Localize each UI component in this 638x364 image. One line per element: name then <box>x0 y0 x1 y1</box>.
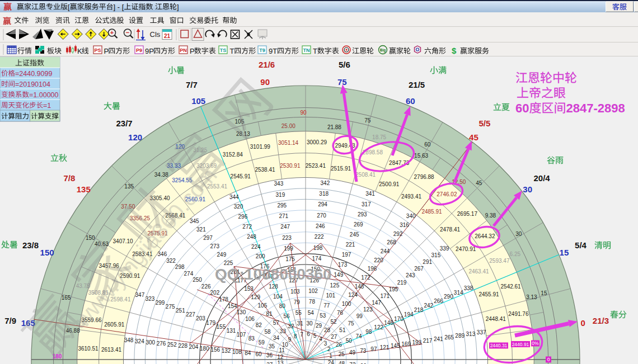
svg-text:] - [: ] - [ <box>114 3 124 11</box>
svg-text:P9: P9 <box>136 48 142 53</box>
svg-text:270: 270 <box>317 212 326 219</box>
svg-text:2613.41: 2613.41 <box>101 347 122 353</box>
svg-text:223: 223 <box>282 235 292 241</box>
svg-text:84: 84 <box>245 350 251 356</box>
svg-text:10: 10 <box>282 342 289 348</box>
svg-text:324: 324 <box>135 338 144 344</box>
svg-text:269: 269 <box>354 221 363 228</box>
svg-text:9P: 9P <box>145 47 154 55</box>
svg-text:9T: 9T <box>269 47 277 55</box>
svg-text:319: 319 <box>276 192 285 198</box>
svg-text:165: 165 <box>62 295 71 301</box>
svg-text:21/3: 21/3 <box>593 316 609 325</box>
svg-text:81: 81 <box>266 311 273 317</box>
svg-text:0%: 0% <box>532 341 539 346</box>
svg-text:[: [ <box>68 3 70 11</box>
svg-text:242: 242 <box>424 302 433 309</box>
svg-text:2: 2 <box>327 346 331 352</box>
svg-text:0: 0 <box>547 357 550 362</box>
svg-text:+: + <box>110 29 114 36</box>
svg-text:297: 297 <box>203 235 213 241</box>
svg-text:45: 45 <box>469 133 478 142</box>
svg-text:153: 153 <box>244 286 254 292</box>
svg-text:15: 15 <box>541 290 547 296</box>
svg-text:60: 60 <box>424 141 431 148</box>
svg-text:295: 295 <box>277 202 287 209</box>
svg-text:74: 74 <box>356 333 363 339</box>
svg-text:80: 80 <box>279 303 286 309</box>
svg-text:T9: T9 <box>259 48 265 53</box>
svg-text:34: 34 <box>273 335 280 341</box>
svg-text:174: 174 <box>312 256 322 262</box>
svg-text:P: P <box>104 47 109 55</box>
svg-text:24: 24 <box>328 360 335 364</box>
svg-text:337: 337 <box>477 329 486 335</box>
svg-text:29: 29 <box>316 323 322 329</box>
svg-text:200: 200 <box>256 253 265 259</box>
svg-text:291: 291 <box>423 259 432 265</box>
svg-text:121: 121 <box>380 344 390 351</box>
svg-text:90: 90 <box>301 110 307 116</box>
svg-text:275: 275 <box>166 304 175 310</box>
svg-text:125: 125 <box>330 282 340 289</box>
svg-text:322: 322 <box>166 258 176 264</box>
svg-text:178: 178 <box>219 296 228 302</box>
svg-text:37: 37 <box>266 362 273 364</box>
svg-text:135: 135 <box>124 183 134 190</box>
svg-text:245: 245 <box>350 231 359 238</box>
svg-text:219: 219 <box>397 280 407 286</box>
svg-text:2491.76: 2491.76 <box>508 311 529 317</box>
svg-text:9: 9 <box>288 337 292 343</box>
svg-text:77: 77 <box>323 302 330 309</box>
svg-text:27: 27 <box>331 334 337 340</box>
svg-text:5/6: 5/6 <box>339 60 350 69</box>
svg-text:154: 154 <box>228 303 237 309</box>
svg-text:=20190104: =20190104 <box>15 81 50 88</box>
svg-text:105: 105 <box>191 96 205 106</box>
svg-text:3610.51: 3610.51 <box>78 346 98 352</box>
svg-text:202: 202 <box>210 290 220 296</box>
svg-text:7: 7 <box>300 332 303 338</box>
svg-text:34.38: 34.38 <box>154 172 168 178</box>
svg-text:243: 243 <box>406 272 415 278</box>
svg-text:30: 30 <box>307 320 313 327</box>
svg-text:56: 56 <box>284 313 290 319</box>
svg-text:30: 30 <box>515 231 522 237</box>
svg-text:58: 58 <box>264 329 271 335</box>
svg-text:53: 53 <box>320 313 326 319</box>
svg-text:132: 132 <box>222 348 231 354</box>
svg-text:48: 48 <box>339 361 345 364</box>
svg-text:106: 106 <box>245 316 255 322</box>
svg-text:2644.32: 2644.32 <box>475 233 495 239</box>
svg-text:342: 342 <box>321 180 330 186</box>
svg-text:20/4: 20/4 <box>533 173 550 183</box>
svg-text:293: 293 <box>358 211 367 218</box>
svg-text:2545.91: 2545.91 <box>231 173 251 179</box>
svg-text:78: 78 <box>309 299 316 305</box>
svg-text:5/5: 5/5 <box>478 119 490 128</box>
svg-text:199: 199 <box>284 245 293 252</box>
svg-text:195: 195 <box>389 286 398 292</box>
svg-text:194: 194 <box>404 311 414 318</box>
svg-text:170: 170 <box>394 316 404 322</box>
svg-text:250: 250 <box>193 277 202 283</box>
svg-text:2455.91: 2455.91 <box>478 291 499 297</box>
svg-text:128: 128 <box>269 283 278 290</box>
svg-text:124: 124 <box>348 292 358 298</box>
svg-text:54: 54 <box>308 310 315 316</box>
svg-text:51: 51 <box>339 327 346 333</box>
svg-text:271: 271 <box>279 213 288 219</box>
svg-text:75: 75 <box>348 320 355 327</box>
svg-text:251: 251 <box>176 308 185 314</box>
svg-text:18.75: 18.75 <box>372 134 386 140</box>
svg-text:265: 265 <box>444 334 454 341</box>
svg-text:246: 246 <box>316 223 325 229</box>
svg-text:32: 32 <box>288 323 294 329</box>
svg-text:35: 35 <box>269 343 275 349</box>
svg-text:98: 98 <box>365 329 372 335</box>
svg-text:179: 179 <box>206 320 215 326</box>
svg-text:348: 348 <box>124 337 134 343</box>
svg-text:155: 155 <box>217 324 226 330</box>
svg-text:55: 55 <box>295 310 302 316</box>
svg-text:2470.91: 2470.91 <box>456 246 476 252</box>
